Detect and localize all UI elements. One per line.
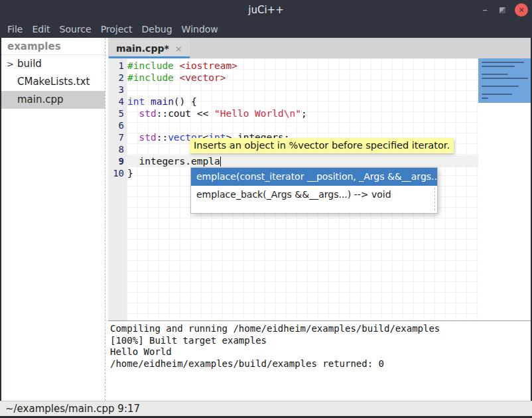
minimap-line <box>482 66 515 67</box>
tab-main-cpp[interactable]: main.cpp* × <box>109 38 190 58</box>
minimap-line <box>482 74 508 75</box>
menu-item-edit[interactable]: Edit <box>32 24 50 35</box>
tab-label: main.cpp* <box>116 43 169 54</box>
menu-item-window[interactable]: Window <box>182 24 218 35</box>
token-plain: :: <box>157 132 168 143</box>
line-number: 1 <box>108 60 124 72</box>
minimap[interactable] <box>478 58 531 320</box>
file-label: main.cpp <box>17 91 64 109</box>
window-title: juCi++ <box>0 0 532 20</box>
token-namespace: std <box>139 132 156 143</box>
tab-bar: main.cpp* × <box>108 38 531 58</box>
autocomplete-popup: emplace(const_iterator __position, _Args… <box>190 167 438 214</box>
minimap-line <box>482 78 528 79</box>
menu-item-source[interactable]: Source <box>60 24 92 35</box>
token-preproc: #include <box>127 72 180 83</box>
token-plain: () { <box>174 96 197 107</box>
token-plain <box>127 108 139 119</box>
token-plain: integers.empla <box>127 156 220 167</box>
token-preproc: #include <box>127 60 180 71</box>
line-number: 5 <box>108 107 124 119</box>
code-line-5: std::cout << "Hello World\n"; <box>127 107 307 119</box>
token-plain <box>145 96 151 107</box>
menu-item-project[interactable]: Project <box>101 24 133 35</box>
window-controls: – ✕ <box>480 0 528 20</box>
close-button[interactable]: ✕ <box>515 3 528 17</box>
build-output-panel: Compiling and running /home/eidheim/exam… <box>108 320 531 401</box>
minimap-line <box>482 86 519 87</box>
code-line-1: #include <iostream> <box>127 60 237 72</box>
token-header: <iostream> <box>180 60 237 71</box>
code-line-9: integers.empla <box>127 155 221 167</box>
sidebar-item-main-cpp[interactable]: main.cpp <box>1 91 105 109</box>
token-namespace: std <box>139 108 156 119</box>
file-label: build <box>17 55 42 73</box>
minimap-line <box>482 62 524 63</box>
token-function: main <box>151 96 174 107</box>
line-number: 7 <box>108 131 124 143</box>
line-number: 8 <box>108 143 124 155</box>
file-tree-panel: examples >buildCMakeLists.txtmain.cpp <box>1 38 105 401</box>
file-label: CMakeLists.txt <box>17 73 90 91</box>
sidebar-item-build[interactable]: >build <box>1 55 105 73</box>
doc-tooltip: Inserts an object in %vector before spec… <box>190 138 454 153</box>
token-plain <box>127 132 139 143</box>
output-line: Hello World <box>110 346 531 358</box>
tab-close-icon[interactable]: × <box>175 44 182 54</box>
sidebar-item-cmakelists-txt[interactable]: CMakeLists.txt <box>1 73 105 91</box>
restore-icon[interactable] <box>499 7 505 13</box>
line-number-gutter: 12345678910 <box>108 58 127 320</box>
token-string: "Hello World\n" <box>214 108 301 119</box>
title-bar: juCi++ – ✕ <box>0 0 532 20</box>
output-line: Compiling and running /home/eidheim/exam… <box>110 323 531 335</box>
project-name-header: examples <box>1 38 105 55</box>
status-bar: ~/examples/main.cpp 9:17 <box>0 401 532 416</box>
minimap-line <box>482 94 512 95</box>
status-file-position: ~/examples/main.cpp 9:17 <box>5 403 140 415</box>
minimap-line <box>482 98 488 99</box>
line-number: 10 <box>108 167 124 179</box>
output-line: /home/eidheim/examples/build/examples re… <box>110 358 531 370</box>
line-number: 4 <box>108 96 124 107</box>
token-plain: } <box>127 168 133 178</box>
text-cursor <box>220 157 221 167</box>
line-number: 9 <box>108 155 124 167</box>
output-line: [100%] Built target examples <box>110 335 531 347</box>
code-line-4: int main() { <box>127 96 197 107</box>
menu-bar: FileEditSourceProjectDebugWindow <box>0 20 532 38</box>
code-line-2: #include <vector> <box>127 72 226 84</box>
line-number: 3 <box>108 84 124 96</box>
autocomplete-item[interactable]: emplace(const_iterator __position, _Args… <box>191 168 437 186</box>
token-plain: ; <box>301 108 307 119</box>
autocomplete-item[interactable]: emplace_back(_Args &&__args...) --> void <box>191 186 437 204</box>
menu-item-file[interactable]: File <box>7 24 23 35</box>
line-number: 6 <box>108 119 124 131</box>
app-window: juCi++ – ✕ FileEditSourceProjectDebugWin… <box>0 0 532 418</box>
token-plain: ::cout << <box>157 108 214 119</box>
code-line-10: } <box>127 167 133 179</box>
token-keyword: int <box>127 96 145 107</box>
menu-item-debug[interactable]: Debug <box>142 24 172 35</box>
line-number: 2 <box>108 72 124 84</box>
token-header: <vector> <box>180 72 226 83</box>
chevron-right-icon[interactable]: > <box>7 55 14 73</box>
file-tree: >buildCMakeLists.txtmain.cpp <box>1 55 105 109</box>
minimize-button[interactable]: – <box>480 4 490 16</box>
